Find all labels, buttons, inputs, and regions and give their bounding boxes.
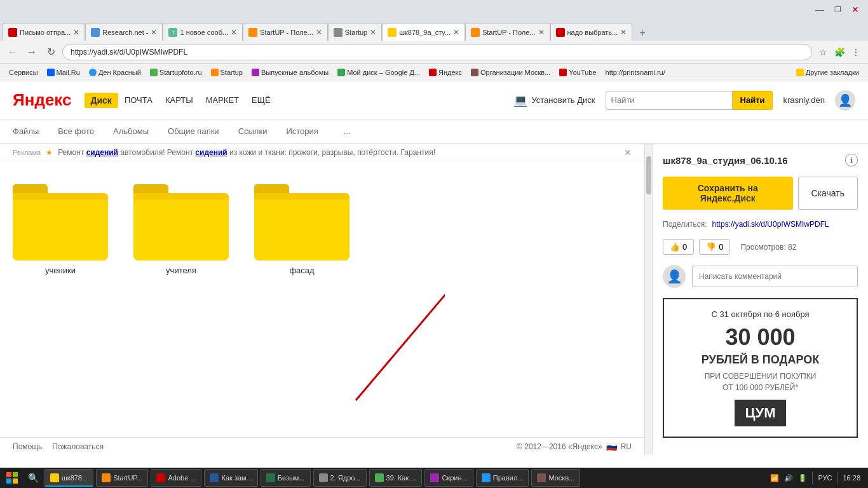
bookmark-others[interactable]: Другие закладки (792, 67, 863, 78)
tab-close-mail[interactable]: ✕ (73, 28, 79, 37)
extensions-button[interactable]: 🧩 (832, 45, 846, 59)
bookmark-org-moscow[interactable]: Организации Москв... (467, 67, 554, 78)
taskbar-item-core[interactable]: 2. Ядро... (313, 469, 367, 487)
taskbar-system-tray: 📶 🔊 🔋 РУС 16:28 (770, 471, 865, 484)
tab-startup3[interactable]: StartUP - Поле... ✕ (465, 23, 550, 41)
tab-research[interactable]: Research.net - ✕ (85, 23, 163, 41)
tab-startup2[interactable]: Startup ✕ (328, 23, 382, 41)
disk-label[interactable]: Диск (85, 93, 118, 108)
taskbar-item-excel[interactable]: Безым... (261, 469, 311, 487)
share-link[interactable]: https://yadi.sk/d/U0pIWSMIwPDFL (712, 220, 829, 229)
taskbar-label-core: 2. Ядро... (330, 474, 361, 482)
tab-close-research[interactable]: ✕ (151, 28, 157, 37)
bookmark-printsnami[interactable]: http://printsnami.ru/ (602, 67, 669, 78)
taskbar-item-adobe[interactable]: Adobe ... (151, 469, 201, 487)
footer-copyright: © 2012—2016 «Яндекс» (517, 442, 602, 451)
footer-help[interactable]: Помощь (13, 442, 42, 451)
nav-more[interactable]: ЕЩЁ (252, 95, 271, 105)
nav-maps[interactable]: КАРТЫ (165, 95, 193, 105)
close-button[interactable]: ✕ (848, 2, 863, 17)
tab-choose[interactable]: надо выбрать... ✕ (550, 23, 633, 41)
ad-bold-2[interactable]: сидений (195, 148, 227, 157)
tab-mail[interactable]: Письмо отпра... ✕ (3, 23, 85, 41)
forward-button[interactable]: → (24, 44, 39, 60)
bookmark-mailru[interactable]: Mail.Ru (43, 67, 84, 78)
panel-title-row: шк878_9а_студия_06.10.16 ℹ (663, 154, 858, 166)
footer-flag-icon: 🇷🇺 (606, 442, 617, 452)
subnav-albums[interactable]: Альбомы (113, 126, 149, 136)
info-icon-button[interactable]: ℹ (845, 154, 858, 166)
tab-close-disk[interactable]: ✕ (453, 28, 459, 37)
yandex-logo[interactable]: Яндекс (13, 90, 72, 110)
taskbar-item-screen[interactable]: Скрин... (424, 469, 473, 487)
bookmark-google-drive[interactable]: Мой диск – Google Д... (334, 67, 424, 78)
nav-mail[interactable]: ПОЧТА (125, 95, 153, 105)
comment-input[interactable] (692, 266, 858, 287)
taskbar-item-startup1[interactable]: StartUP... (96, 469, 148, 487)
maximize-button[interactable]: ❐ (830, 2, 845, 17)
tab-close-startup1[interactable]: ✕ (316, 28, 322, 37)
subnav-photos[interactable]: Все фото (58, 126, 94, 136)
url-input[interactable] (62, 44, 812, 60)
taskbar-label-screen: Скрин... (442, 474, 467, 482)
footer-lang[interactable]: RU (621, 442, 632, 451)
bookmark-yandex[interactable]: Яндекс (425, 67, 466, 78)
tab-disk-active[interactable]: шк878_9а_сту... ✕ (382, 23, 465, 41)
subnav-links[interactable]: Ссылки (238, 126, 268, 136)
back-button[interactable]: ← (5, 44, 20, 60)
folder-teachers[interactable]: учителя (133, 184, 229, 275)
taskbar-item-moscow[interactable]: Москв... (531, 469, 580, 487)
download-button[interactable]: Скачать (798, 177, 858, 210)
settings-button[interactable]: ⋮ (849, 45, 863, 59)
install-disk-button[interactable]: 💻 Установить Диск (513, 93, 595, 107)
folder-facade[interactable]: фасад (254, 184, 349, 275)
taskbar-item-rules[interactable]: Правил... (476, 469, 529, 487)
subnav-files[interactable]: Файлы (13, 126, 39, 136)
tab-messages[interactable]: 1 1 новое сооб... ✕ (163, 23, 243, 41)
ad-label: Реклама (13, 149, 41, 156)
scroll-thumb[interactable] (646, 156, 651, 194)
refresh-button[interactable]: ↻ (43, 44, 58, 60)
folder-students[interactable]: ученики (13, 184, 108, 275)
bookmark-services[interactable]: Сервисы (5, 67, 42, 78)
bookmark-startupfoto[interactable]: Startupfoto.ru (146, 67, 206, 78)
subnav-history[interactable]: История (286, 126, 318, 136)
dislike-button[interactable]: 👎 0 (699, 239, 730, 255)
subnav-shared-folders[interactable]: Общие папки (168, 126, 219, 136)
subnav-more[interactable]: ... (344, 126, 351, 136)
user-avatar[interactable]: 👤 (835, 90, 855, 111)
like-button[interactable]: 👍 0 (663, 239, 694, 255)
tab-startup1[interactable]: StartUP - Поле... ✕ (243, 23, 328, 41)
bookmark-albums[interactable]: Выпускные альбомы (248, 67, 332, 78)
bookmark-startup[interactable]: Startup (207, 67, 247, 78)
ad-close-button[interactable]: ✕ (624, 147, 632, 158)
taskbar-item-disk[interactable]: шк878... (44, 469, 93, 487)
stats-row: 👍 0 👎 0 Просмотров: 82 (663, 239, 858, 255)
bookmark-star-button[interactable]: ☆ (816, 45, 830, 59)
content-scroll-area: Реклама ★ Ремонт сидений автомобиля! Рем… (0, 144, 644, 455)
svg-rect-4 (6, 478, 11, 484)
bookmark-den-red[interactable]: Ден Красный (85, 67, 145, 78)
nav-market[interactable]: МАРКЕТ (206, 95, 239, 105)
taskbar-lang[interactable]: РУС (818, 474, 832, 482)
search-input[interactable] (606, 91, 733, 110)
ad-bold-1[interactable]: сидений (86, 148, 118, 157)
new-tab-button[interactable]: + (635, 25, 650, 41)
tab-close-startup2[interactable]: ✕ (370, 28, 376, 37)
taskbar-search-button[interactable]: 🔍 (24, 470, 42, 485)
taskbar-item-howto[interactable]: 39. Как ... (369, 469, 423, 487)
search-button[interactable]: Найти (733, 91, 773, 110)
username-label[interactable]: krasniy.den (783, 95, 825, 105)
taskbar-item-word[interactable]: Как зам... (204, 469, 257, 487)
svg-rect-3 (13, 472, 18, 477)
tab-close-choose[interactable]: ✕ (620, 28, 627, 37)
save-to-disk-button[interactable]: Сохранить на Яндекс.Диск (663, 177, 793, 210)
bookmark-youtube[interactable]: YouTube (555, 67, 600, 78)
ad-block-logo[interactable]: ЦУМ (735, 400, 785, 426)
footer-complain[interactable]: Пожаловаться (52, 442, 104, 451)
start-button[interactable] (3, 470, 22, 485)
tab-close-messages[interactable]: ✕ (231, 28, 237, 37)
tab-close-startup3[interactable]: ✕ (538, 28, 545, 37)
minimize-button[interactable]: — (812, 2, 827, 17)
scrollbar[interactable] (644, 144, 652, 455)
